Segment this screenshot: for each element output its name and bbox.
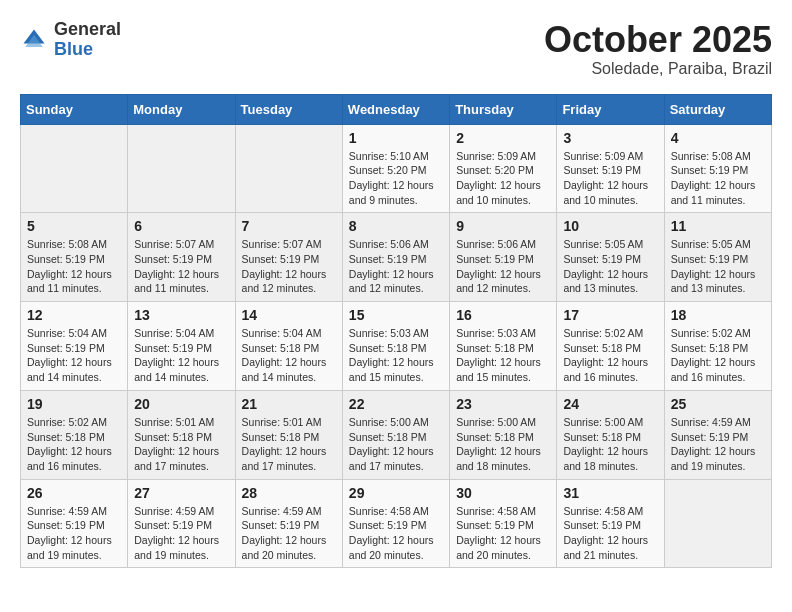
day-info: Sunrise: 4:59 AM Sunset: 5:19 PM Dayligh… [671,415,766,474]
calendar-day-cell: 24Sunrise: 5:00 AM Sunset: 5:18 PM Dayli… [557,390,664,479]
day-number: 16 [456,307,551,323]
calendar-week-5: 26Sunrise: 4:59 AM Sunset: 5:19 PM Dayli… [21,479,772,568]
day-number: 22 [349,396,444,412]
weekday-header-friday: Friday [557,94,664,124]
day-number: 24 [563,396,658,412]
calendar-day-cell [664,479,771,568]
calendar-header: SundayMondayTuesdayWednesdayThursdayFrid… [21,94,772,124]
day-number: 27 [134,485,229,501]
day-number: 18 [671,307,766,323]
day-info: Sunrise: 5:09 AM Sunset: 5:19 PM Dayligh… [563,149,658,208]
day-info: Sunrise: 5:04 AM Sunset: 5:19 PM Dayligh… [134,326,229,385]
calendar-day-cell: 28Sunrise: 4:59 AM Sunset: 5:19 PM Dayli… [235,479,342,568]
weekday-header-tuesday: Tuesday [235,94,342,124]
logo-blue-text: Blue [54,39,93,59]
day-number: 11 [671,218,766,234]
calendar-day-cell: 21Sunrise: 5:01 AM Sunset: 5:18 PM Dayli… [235,390,342,479]
day-number: 1 [349,130,444,146]
day-info: Sunrise: 5:06 AM Sunset: 5:19 PM Dayligh… [456,237,551,296]
day-info: Sunrise: 5:05 AM Sunset: 5:19 PM Dayligh… [671,237,766,296]
day-number: 25 [671,396,766,412]
day-info: Sunrise: 5:00 AM Sunset: 5:18 PM Dayligh… [456,415,551,474]
day-number: 8 [349,218,444,234]
calendar-day-cell: 12Sunrise: 5:04 AM Sunset: 5:19 PM Dayli… [21,302,128,391]
calendar-day-cell: 8Sunrise: 5:06 AM Sunset: 5:19 PM Daylig… [342,213,449,302]
calendar-body: 1Sunrise: 5:10 AM Sunset: 5:20 PM Daylig… [21,124,772,568]
calendar-week-1: 1Sunrise: 5:10 AM Sunset: 5:20 PM Daylig… [21,124,772,213]
calendar-week-3: 12Sunrise: 5:04 AM Sunset: 5:19 PM Dayli… [21,302,772,391]
calendar-day-cell [235,124,342,213]
day-info: Sunrise: 5:03 AM Sunset: 5:18 PM Dayligh… [349,326,444,385]
calendar-day-cell: 17Sunrise: 5:02 AM Sunset: 5:18 PM Dayli… [557,302,664,391]
day-number: 4 [671,130,766,146]
logo: General Blue [20,20,121,60]
logo-text: General Blue [54,20,121,60]
day-number: 7 [242,218,337,234]
day-info: Sunrise: 5:08 AM Sunset: 5:19 PM Dayligh… [671,149,766,208]
day-number: 12 [27,307,122,323]
weekday-header-wednesday: Wednesday [342,94,449,124]
day-number: 29 [349,485,444,501]
day-info: Sunrise: 5:01 AM Sunset: 5:18 PM Dayligh… [242,415,337,474]
day-info: Sunrise: 4:59 AM Sunset: 5:19 PM Dayligh… [27,504,122,563]
day-info: Sunrise: 5:03 AM Sunset: 5:18 PM Dayligh… [456,326,551,385]
day-info: Sunrise: 4:59 AM Sunset: 5:19 PM Dayligh… [134,504,229,563]
calendar-day-cell: 9Sunrise: 5:06 AM Sunset: 5:19 PM Daylig… [450,213,557,302]
day-number: 20 [134,396,229,412]
day-number: 30 [456,485,551,501]
calendar-day-cell: 7Sunrise: 5:07 AM Sunset: 5:19 PM Daylig… [235,213,342,302]
day-info: Sunrise: 5:02 AM Sunset: 5:18 PM Dayligh… [27,415,122,474]
location: Soledade, Paraiba, Brazil [544,60,772,78]
weekday-header-sunday: Sunday [21,94,128,124]
day-info: Sunrise: 5:04 AM Sunset: 5:19 PM Dayligh… [27,326,122,385]
day-info: Sunrise: 5:09 AM Sunset: 5:20 PM Dayligh… [456,149,551,208]
calendar-day-cell: 16Sunrise: 5:03 AM Sunset: 5:18 PM Dayli… [450,302,557,391]
day-info: Sunrise: 5:05 AM Sunset: 5:19 PM Dayligh… [563,237,658,296]
day-info: Sunrise: 5:07 AM Sunset: 5:19 PM Dayligh… [242,237,337,296]
day-info: Sunrise: 4:58 AM Sunset: 5:19 PM Dayligh… [563,504,658,563]
day-number: 17 [563,307,658,323]
calendar-day-cell: 25Sunrise: 4:59 AM Sunset: 5:19 PM Dayli… [664,390,771,479]
calendar-day-cell: 15Sunrise: 5:03 AM Sunset: 5:18 PM Dayli… [342,302,449,391]
day-info: Sunrise: 5:00 AM Sunset: 5:18 PM Dayligh… [349,415,444,474]
day-number: 23 [456,396,551,412]
calendar-week-4: 19Sunrise: 5:02 AM Sunset: 5:18 PM Dayli… [21,390,772,479]
day-info: Sunrise: 5:02 AM Sunset: 5:18 PM Dayligh… [671,326,766,385]
month-year: October 2025 [544,20,772,60]
calendar-day-cell: 26Sunrise: 4:59 AM Sunset: 5:19 PM Dayli… [21,479,128,568]
day-number: 9 [456,218,551,234]
weekday-header-monday: Monday [128,94,235,124]
weekday-header-saturday: Saturday [664,94,771,124]
calendar-day-cell: 10Sunrise: 5:05 AM Sunset: 5:19 PM Dayli… [557,213,664,302]
day-number: 6 [134,218,229,234]
day-info: Sunrise: 5:00 AM Sunset: 5:18 PM Dayligh… [563,415,658,474]
calendar-day-cell: 31Sunrise: 4:58 AM Sunset: 5:19 PM Dayli… [557,479,664,568]
day-info: Sunrise: 5:06 AM Sunset: 5:19 PM Dayligh… [349,237,444,296]
day-number: 26 [27,485,122,501]
calendar-day-cell: 18Sunrise: 5:02 AM Sunset: 5:18 PM Dayli… [664,302,771,391]
calendar-day-cell: 19Sunrise: 5:02 AM Sunset: 5:18 PM Dayli… [21,390,128,479]
weekday-header-thursday: Thursday [450,94,557,124]
day-number: 2 [456,130,551,146]
calendar-day-cell: 3Sunrise: 5:09 AM Sunset: 5:19 PM Daylig… [557,124,664,213]
day-number: 5 [27,218,122,234]
calendar-day-cell: 30Sunrise: 4:58 AM Sunset: 5:19 PM Dayli… [450,479,557,568]
calendar-week-2: 5Sunrise: 5:08 AM Sunset: 5:19 PM Daylig… [21,213,772,302]
calendar-day-cell: 11Sunrise: 5:05 AM Sunset: 5:19 PM Dayli… [664,213,771,302]
calendar-day-cell [21,124,128,213]
calendar-day-cell: 4Sunrise: 5:08 AM Sunset: 5:19 PM Daylig… [664,124,771,213]
calendar-day-cell: 29Sunrise: 4:58 AM Sunset: 5:19 PM Dayli… [342,479,449,568]
calendar-table: SundayMondayTuesdayWednesdayThursdayFrid… [20,94,772,569]
day-info: Sunrise: 5:01 AM Sunset: 5:18 PM Dayligh… [134,415,229,474]
day-number: 28 [242,485,337,501]
day-number: 19 [27,396,122,412]
calendar-day-cell: 13Sunrise: 5:04 AM Sunset: 5:19 PM Dayli… [128,302,235,391]
logo-icon [20,26,48,54]
calendar-day-cell: 22Sunrise: 5:00 AM Sunset: 5:18 PM Dayli… [342,390,449,479]
weekday-header-row: SundayMondayTuesdayWednesdayThursdayFrid… [21,94,772,124]
header: General Blue October 2025 Soledade, Para… [20,20,772,78]
day-number: 14 [242,307,337,323]
calendar-day-cell: 14Sunrise: 5:04 AM Sunset: 5:18 PM Dayli… [235,302,342,391]
day-number: 10 [563,218,658,234]
calendar-day-cell: 5Sunrise: 5:08 AM Sunset: 5:19 PM Daylig… [21,213,128,302]
